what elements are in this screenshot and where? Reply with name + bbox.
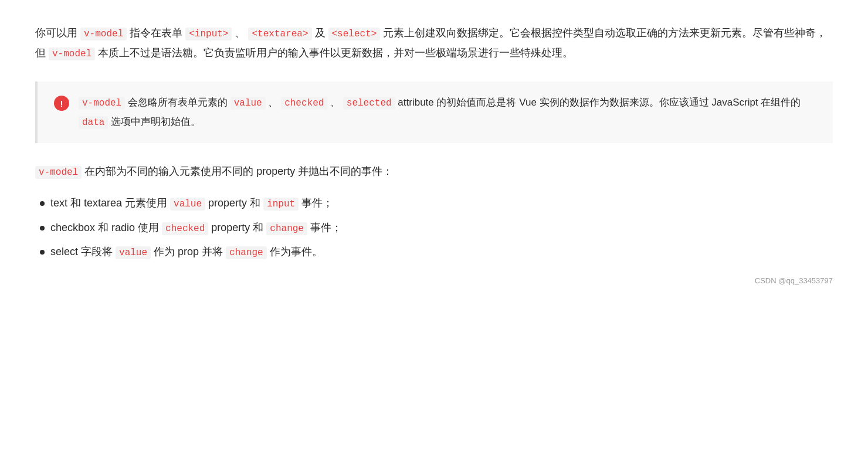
code-v-model-2: v-model [49,48,95,60]
bullet-list: text 和 textarea 元素使用 value property 和 in… [35,194,833,262]
code-select: <select> [328,28,381,40]
list-item: select 字段将 value 作为 prop 并将 change 作为事件。 [35,242,833,262]
code-checked-2: checked [162,222,208,235]
code-v-model-warn: v-model [79,97,125,110]
list-item-text-3: select 字段将 value 作为 prop 并将 change 作为事件。 [50,242,323,262]
code-textarea: <textarea> [248,28,311,40]
bullet-dot-2 [40,226,45,230]
code-data-warn: data [79,116,108,129]
list-item-text-2: checkbox 和 radio 使用 checked property 和 c… [50,218,342,238]
code-value-warn: value [230,97,266,110]
list-item: checkbox 和 radio 使用 checked property 和 c… [35,218,833,238]
code-input: <input> [185,28,232,40]
section-paragraph: v-model 在内部为不同的输入元素使用不同的 property 并抛出不同的… [35,162,833,182]
warning-content: v-model 会忽略所有表单元素的 value 、 checked 、 sel… [79,93,816,131]
code-value-3: value [116,246,151,259]
intro-paragraph: 你可以用 v-model 指令在表单 <input> 、 <textarea> … [35,23,833,63]
bullet-dot-1 [40,201,45,206]
warning-icon: ! [54,96,69,111]
code-v-model-1: v-model [80,28,127,40]
code-checked-warn: checked [281,97,327,110]
list-item-text-1: text 和 textarea 元素使用 value property 和 in… [50,194,333,213]
bullet-dot-3 [40,250,45,255]
watermark: CSDN @qq_33453797 [35,274,833,287]
code-selected-warn: selected [343,97,395,110]
code-v-model-section: v-model [35,166,82,179]
code-input-event: input [263,198,299,211]
code-change-2: change [266,222,307,235]
code-change-3: change [226,246,267,259]
list-item: text 和 textarea 元素使用 value property 和 in… [35,194,833,213]
code-value-1: value [170,198,205,211]
warning-box: ! v-model 会忽略所有表单元素的 value 、 checked 、 s… [35,82,833,143]
